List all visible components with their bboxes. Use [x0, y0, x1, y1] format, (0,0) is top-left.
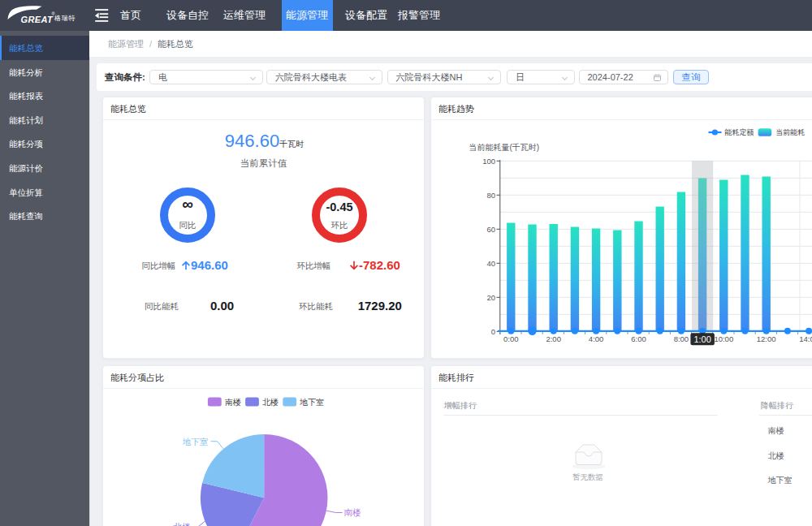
svg-text:能耗定额: 能耗定额: [725, 128, 754, 136]
svg-text:12:00: 12:00: [757, 334, 776, 343]
svg-text:地下室: 地下室: [299, 398, 324, 407]
svg-text:20: 20: [486, 293, 495, 302]
svg-text:北楼: 北楼: [173, 522, 192, 526]
svg-text:40: 40: [486, 259, 495, 268]
svg-text:0: 0: [491, 327, 495, 336]
svg-text:80: 80: [486, 191, 495, 200]
svg-text:100: 100: [482, 157, 495, 166]
svg-text:南楼: 南楼: [344, 507, 362, 517]
svg-text:格瑞特: 格瑞特: [54, 15, 76, 22]
svg-text:10:00: 10:00: [714, 334, 733, 343]
svg-text:0:00: 0:00: [503, 334, 519, 343]
svg-text:1:00: 1:00: [693, 334, 710, 344]
svg-text:60: 60: [486, 225, 495, 234]
svg-text:GREAT: GREAT: [21, 15, 54, 24]
svg-text:14:00: 14:00: [799, 334, 812, 343]
svg-text:4:00: 4:00: [589, 334, 604, 343]
svg-text:当前能耗: 当前能耗: [775, 128, 805, 136]
svg-text:8:00: 8:00: [674, 334, 689, 343]
svg-text:地下室: 地下室: [182, 437, 209, 446]
svg-text:北楼: 北楼: [262, 398, 279, 407]
svg-text:2:00: 2:00: [546, 334, 561, 343]
svg-text:6:00: 6:00: [631, 334, 646, 343]
svg-text:南楼: 南楼: [225, 398, 241, 407]
svg-text:当前能耗量(千瓦时): 当前能耗量(千瓦时): [469, 143, 540, 152]
